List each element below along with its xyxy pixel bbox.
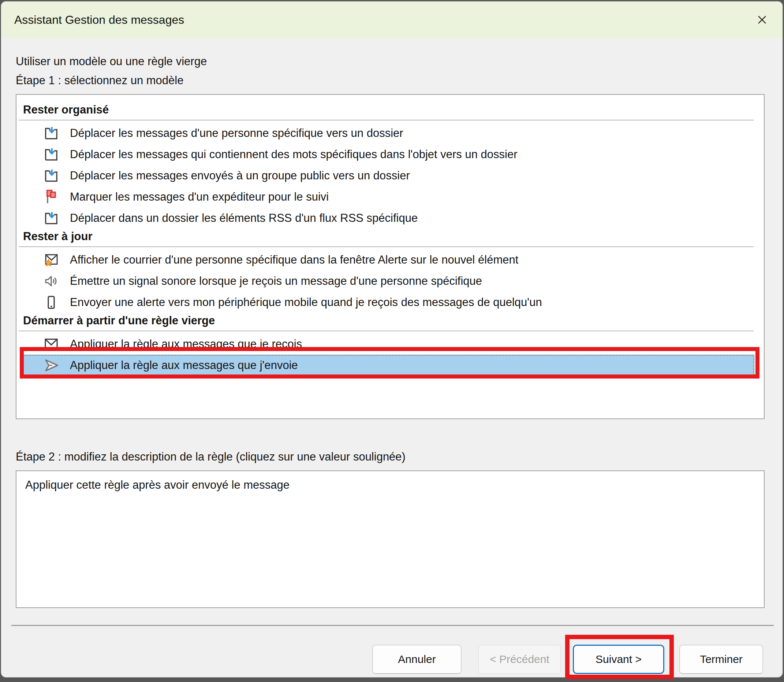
move-to-folder-icon [43,167,60,184]
list-item-label: Marquer les messages d'un expéditeur pou… [70,190,329,204]
list-item-move-with-words[interactable]: Déplacer les messages qui contiennent de… [20,144,754,165]
rule-description-box: Appliquer cette règle après avoir envoyé… [16,470,765,608]
template-listbox: Rester organisé Déplacer les messages d'… [16,94,765,419]
list-item-move-from-person[interactable]: Déplacer les messages d'une personne spé… [20,123,754,144]
list-item-move-public-group[interactable]: Déplacer les messages envoyés à un group… [20,165,754,186]
section-divider [19,246,754,247]
sent-message-icon [43,357,60,374]
list-item-label: Déplacer dans un dossier les éléments RS… [70,212,417,225]
list-item-move-rss[interactable]: Déplacer dans un dossier les éléments RS… [20,207,754,229]
list-item-label: Déplacer les messages d'une personne spé… [70,127,403,140]
list-item-label: Déplacer les messages envoyés à un group… [70,169,410,182]
list-section-header-stay-up-to-date: Rester à jour [16,229,764,244]
sound-icon [43,273,60,290]
move-to-folder-icon [43,210,60,226]
received-message-icon [43,336,60,352]
titlebar: Assistant Gestion des messages [1,2,782,38]
list-item-rule-messages-sent-selected[interactable]: Appliquer la règle aux messages que j'en… [20,355,754,376]
flag-icon [43,188,60,206]
close-button[interactable] [751,10,773,31]
list-item-flag-sender[interactable]: Marquer les messages d'un expéditeur pou… [20,186,754,207]
list-item-label: Appliquer la règle aux messages que j'en… [70,359,298,372]
new-item-alert-icon [43,252,60,268]
mobile-alert-icon [43,294,60,311]
previous-button[interactable]: < Précédent [478,645,561,674]
rules-wizard-dialog: Assistant Gestion des messages Utiliser … [1,1,783,677]
step2-label: Étape 2 : modifiez la description de la … [16,450,406,464]
footer-separator [11,625,774,626]
move-to-folder-icon [43,146,60,163]
list-item-label: Émettre un signal sonore lorsque je reço… [70,274,482,288]
list-item-label: Déplacer les messages qui contiennent de… [70,148,517,161]
step1-label: Étape 1 : sélectionnez un modèle [16,74,183,87]
section-divider [19,331,754,331]
finish-button[interactable]: Terminer [679,645,763,674]
close-icon [756,14,768,27]
screenshot-stage: Assistant Gestion des messages Utiliser … [0,0,784,682]
move-to-folder-icon [43,125,60,142]
dialog-title: Assistant Gestion des messages [14,13,184,27]
cancel-button[interactable]: Annuler [372,645,462,674]
section-divider [19,120,754,120]
list-item-mobile-alert[interactable]: Envoyer une alerte vers mon périphérique… [20,292,754,313]
list-section-header-stay-organized: Rester organisé [16,102,764,118]
list-item-display-new-item-alert[interactable]: Afficher le courrier d'une personne spéc… [20,249,754,271]
intro-label: Utiliser un modèle ou une règle vierge [16,55,207,68]
rule-description-text: Appliquer cette règle après avoir envoyé… [25,478,755,492]
list-item-rule-messages-received[interactable]: Appliquer la règle aux messages que je r… [20,333,754,355]
next-button[interactable]: Suivant > [573,645,664,674]
list-item-label: Envoyer une alerte vers mon périphérique… [70,296,542,309]
list-item-play-sound[interactable]: Émettre un signal sonore lorsque je reço… [20,271,754,292]
list-section-header-blank-rule: Démarrer à partir d'une règle vierge [16,313,764,328]
list-item-label: Afficher le courrier d'une personne spéc… [70,253,518,266]
list-item-label: Appliquer la règle aux messages que je r… [70,338,302,351]
